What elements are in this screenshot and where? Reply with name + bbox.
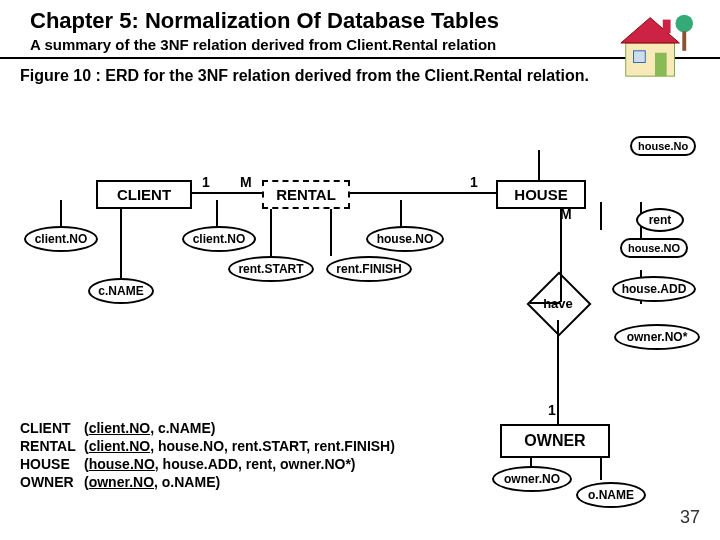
figure-caption: Figure 10 : ERD for the 3NF relation der… <box>0 59 720 85</box>
svg-point-5 <box>675 15 693 33</box>
card-1b: 1 <box>470 174 478 190</box>
legend-row: CLIENT (client.NO, c.NAME) <box>20 420 395 436</box>
schema-legend: CLIENT (client.NO, c.NAME) RENTAL (clien… <box>20 420 395 492</box>
attr-owner-no-star: owner.NO* <box>614 324 700 350</box>
card-ma: M <box>240 174 252 190</box>
svg-rect-3 <box>634 51 646 63</box>
entity-house: HOUSE <box>496 180 586 209</box>
card-1c: 1 <box>548 402 556 418</box>
attr-rental-client-no: client.NO <box>182 226 256 252</box>
entity-owner: OWNER <box>500 424 610 458</box>
attr-rental-house-no: house.NO <box>366 226 444 252</box>
attr-rent-finish: rent.FINISH <box>326 256 412 282</box>
relationship-have: have <box>528 286 588 320</box>
relationship-have-label: have <box>543 296 573 311</box>
attr-rent-start: rent.START <box>228 256 314 282</box>
legend-row: OWNER (owner.NO, o.NAME) <box>20 474 395 490</box>
legend-row: RENTAL (client.NO, house.NO, rent.START,… <box>20 438 395 454</box>
erd-diagram: CLIENT RENTAL HOUSE OWNER 1 M 1 M 1 clie… <box>0 130 720 390</box>
house-illustration <box>616 4 694 82</box>
attr-o-name: o.NAME <box>576 482 646 508</box>
card-1a: 1 <box>202 174 210 190</box>
entity-client: CLIENT <box>96 180 192 209</box>
attr-c-name: c.NAME <box>88 278 154 304</box>
attr-client-no: client.NO <box>24 226 98 252</box>
attr-house-no-right: house.NO <box>620 238 688 258</box>
attr-owner-no: owner.NO <box>492 466 572 492</box>
svg-rect-6 <box>682 31 686 51</box>
entity-rental: RENTAL <box>262 180 350 209</box>
chapter-title: Chapter 5: Normalization Of Database Tab… <box>30 8 690 34</box>
card-mb: M <box>560 206 572 222</box>
subtitle: A summary of the 3NF relation derived fr… <box>30 36 690 53</box>
slide-number: 37 <box>680 507 700 528</box>
svg-rect-2 <box>663 20 671 34</box>
attr-house-no-top: house.No <box>630 136 696 156</box>
attr-rent: rent <box>636 208 684 232</box>
svg-rect-4 <box>655 53 667 76</box>
attr-house-add: house.ADD <box>612 276 696 302</box>
legend-row: HOUSE (house.NO, house.ADD, rent, owner.… <box>20 456 395 472</box>
